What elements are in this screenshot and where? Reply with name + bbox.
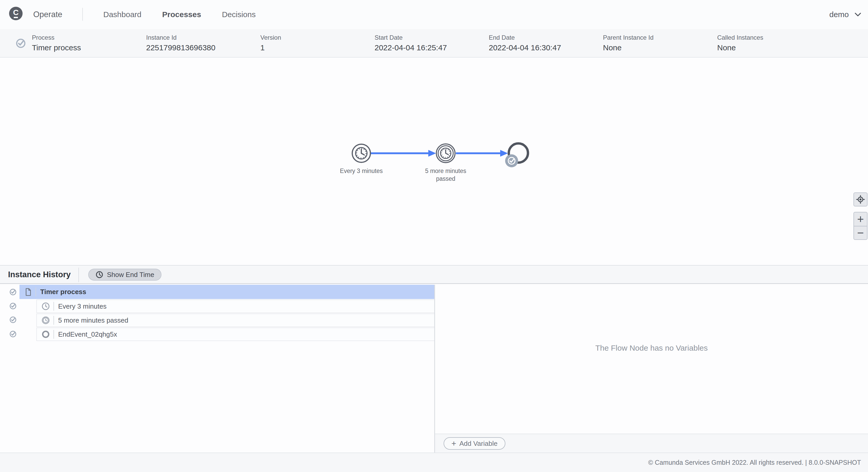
field-start-date: Start Date 2022-04-04 16:25:47 bbox=[375, 34, 489, 52]
bpmn-diagram-panel: Every 3 minutes 5 more minutes passed + … bbox=[0, 58, 868, 265]
end-event-icon bbox=[40, 330, 51, 338]
bpmn-label-intermediate: 5 more minutes passed bbox=[420, 167, 472, 182]
row-state-completed-icon bbox=[9, 302, 17, 310]
zoom-out-button[interactable]: − bbox=[854, 226, 867, 239]
row-state-completed-icon bbox=[9, 316, 17, 324]
logo-underline bbox=[14, 17, 18, 18]
history-row-label: Every 3 minutes bbox=[58, 302, 106, 310]
timer-event-icon bbox=[40, 302, 51, 310]
tab-processes[interactable]: Processes bbox=[162, 10, 201, 19]
history-row-timer-intermediate-event[interactable]: 5 more minutes passed bbox=[36, 313, 434, 327]
camunda-logo-icon[interactable]: C bbox=[9, 7, 23, 20]
row-separator bbox=[54, 330, 54, 339]
row-separator bbox=[36, 288, 36, 296]
zoom-controls: + − bbox=[854, 212, 867, 240]
field-process: Process Timer process bbox=[32, 34, 146, 52]
add-variable-button[interactable]: + Add Variable bbox=[444, 437, 505, 450]
completed-check-icon bbox=[16, 38, 26, 48]
row-separator bbox=[54, 316, 54, 325]
field-parent-instance-id: Parent Instance Id None bbox=[603, 34, 717, 52]
instance-header: Process Timer process Instance Id 225179… bbox=[0, 29, 868, 58]
field-instance-id: Instance Id 2251799813696380 bbox=[146, 34, 260, 52]
copyright-text: © Camunda Services GmbH 2022. All rights… bbox=[648, 459, 861, 466]
clock-icon bbox=[95, 271, 103, 278]
plus-icon: + bbox=[452, 439, 456, 448]
sequence-flow-2 bbox=[456, 150, 508, 157]
history-row-label: 5 more minutes passed bbox=[58, 316, 128, 325]
timer-intermediate-event-node[interactable] bbox=[436, 144, 455, 163]
crosshair-icon bbox=[856, 195, 865, 204]
row-state-completed-icon bbox=[9, 330, 17, 338]
zoom-in-button[interactable]: + bbox=[854, 212, 867, 226]
process-document-icon bbox=[24, 288, 33, 296]
top-navigation: C Operate Dashboard Processes Decisions … bbox=[0, 0, 868, 29]
diagram-controls: + − bbox=[853, 58, 867, 265]
user-menu[interactable]: demo bbox=[829, 0, 861, 29]
history-row-label: EndEvent_02qhg5x bbox=[58, 330, 117, 338]
row-separator bbox=[54, 302, 54, 311]
product-name: Operate bbox=[33, 0, 62, 29]
add-variable-label: Add Variable bbox=[459, 440, 498, 448]
variables-panel: The Flow Node has no Variables bbox=[435, 285, 868, 434]
bpmn-diagram bbox=[0, 58, 868, 265]
history-row-timer-event[interactable]: Every 3 minutes bbox=[36, 300, 434, 313]
history-row-process[interactable]: Timer process bbox=[20, 285, 434, 299]
sequence-flow-1 bbox=[371, 150, 436, 157]
timer-start-event-node[interactable] bbox=[352, 144, 370, 162]
field-end-date: End Date 2022-04-04 16:30:47 bbox=[489, 34, 603, 52]
history-row-end-event[interactable]: EndEvent_02qhg5x bbox=[36, 328, 434, 341]
variables-footer-bar: + Add Variable bbox=[435, 434, 868, 452]
variables-empty-message: The Flow Node has no Variables bbox=[435, 344, 868, 352]
timer-intermediate-event-icon bbox=[40, 316, 51, 325]
row-state-completed-icon bbox=[9, 289, 17, 296]
app-footer: © Camunda Services GmbH 2022. All rights… bbox=[0, 452, 868, 472]
tab-decisions[interactable]: Decisions bbox=[222, 10, 256, 19]
logo-glyph: C bbox=[13, 9, 19, 16]
chevron-down-icon bbox=[855, 12, 861, 17]
instance-history-title: Instance History bbox=[8, 266, 71, 284]
tab-dashboard[interactable]: Dashboard bbox=[103, 10, 142, 19]
instance-fields: Process Timer process Instance Id 225179… bbox=[32, 29, 831, 57]
show-end-time-label: Show End Time bbox=[107, 271, 154, 279]
operate-app: C Operate Dashboard Processes Decisions … bbox=[0, 0, 868, 472]
bpmn-label-start: Every 3 minutes bbox=[322, 167, 400, 175]
nav-divider bbox=[82, 8, 83, 21]
header-divider bbox=[79, 268, 79, 282]
instance-history-header: Instance History Show End Time bbox=[0, 265, 868, 284]
reset-view-button[interactable] bbox=[854, 193, 867, 206]
show-end-time-button[interactable]: Show End Time bbox=[88, 269, 161, 280]
user-name: demo bbox=[829, 10, 849, 19]
completed-state-badge bbox=[505, 154, 518, 167]
nav-tabs: Dashboard Processes Decisions bbox=[103, 0, 256, 29]
instance-history-tree: Timer process Every 3 minutes 5 m bbox=[0, 285, 434, 452]
history-row-label: Timer process bbox=[40, 288, 86, 296]
field-version: Version 1 bbox=[260, 34, 375, 52]
field-called-instances: Called Instances None bbox=[717, 34, 831, 52]
